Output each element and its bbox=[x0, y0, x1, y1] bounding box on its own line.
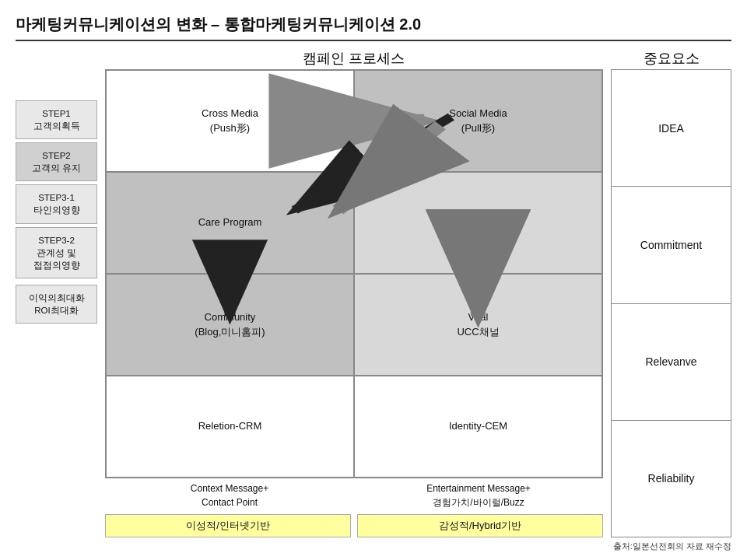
right-box-commitment: Commitment bbox=[612, 187, 731, 303]
right-column: IDEA Commitment Relevanve Reliability bbox=[611, 69, 731, 537]
page-title: 마케팅커뮤니케이션의 변화 – 통합마케팅커뮤니케이션 2.0 bbox=[16, 14, 731, 35]
step2-box: STEP2고객의 유지 bbox=[16, 142, 97, 181]
step1-box: STEP1고객의획득 bbox=[16, 100, 97, 139]
cell-community: Community(Blog,미니홈피) bbox=[106, 274, 354, 376]
cell-cross-media: Cross Media(Push形) bbox=[106, 70, 354, 172]
content-area: STEP1고객의획득 STEP2고객의 유지 STEP3-1타인의영향 STEP… bbox=[16, 69, 731, 537]
bottom-labels: Context Message+Contact Point Entertainm… bbox=[105, 481, 603, 509]
cell-relation-crm: Reletion-CRM bbox=[106, 376, 354, 478]
footer-credit: 출처:일본선전회의 자료 재수정 bbox=[16, 541, 731, 552]
bottom-label-right: Entertainment Message+경험가치/바이럴/Buzz bbox=[354, 481, 603, 509]
cell-care-program: Care Program bbox=[106, 172, 354, 274]
diagram-grid: Cross Media(Push形) Social Media(Pull形) C… bbox=[105, 69, 603, 478]
page-wrapper: 마케팅커뮤니케이션의 변화 – 통합마케팅커뮤니케이션 2.0 캠페인 프로세스… bbox=[0, 0, 747, 560]
step2-label: STEP2고객의 유지 bbox=[19, 149, 93, 174]
right-box-reliability: Reliability bbox=[612, 421, 731, 537]
step3-1-box: STEP3-1타인의영향 bbox=[16, 184, 97, 223]
title-area: 마케팅커뮤니케이션의 변화 – 통합마케팅커뮤니케이션 2.0 bbox=[16, 14, 731, 41]
step4-label: 이익의최대화ROI최대화 bbox=[19, 292, 93, 317]
bottom-label-left: Context Message+Contact Point bbox=[105, 481, 354, 509]
right-boxes: IDEA Commitment Relevanve Reliability bbox=[611, 69, 731, 537]
steps-column: STEP1고객의획득 STEP2고객의 유지 STEP3-1타인의영향 STEP… bbox=[16, 69, 97, 537]
tag-emotional: 감성적/Hybrid기반 bbox=[357, 514, 603, 537]
tag-rational: 이성적/인터넷기반 bbox=[105, 514, 351, 537]
cell-entertainment: Entertainment bbox=[354, 172, 602, 274]
cell-viral: ViralUCC채널 bbox=[354, 274, 602, 376]
right-box-relevance: Relevanve bbox=[612, 304, 731, 421]
important-header: 중요요소 bbox=[611, 49, 731, 68]
bottom-tags: 이성적/인터넷기반 감성적/Hybrid기반 bbox=[105, 514, 603, 537]
cell-identity-cem: Identity-CEM bbox=[354, 376, 602, 478]
cell-social-media: Social Media(Pull形) bbox=[354, 70, 602, 172]
step3-2-label: STEP3-2관계성 및접점의영향 bbox=[19, 234, 93, 271]
step3-1-label: STEP3-1타인의영향 bbox=[19, 191, 93, 216]
center-column: Cross Media(Push形) Social Media(Pull形) C… bbox=[105, 69, 603, 537]
campaign-header: 캠페인 프로세스 bbox=[105, 49, 603, 68]
step1-label: STEP1고객의획득 bbox=[19, 107, 93, 132]
step3-2-box: STEP3-2관계성 및접점의영향 bbox=[16, 227, 97, 278]
right-box-idea: IDEA bbox=[612, 70, 731, 187]
step4-box: 이익의최대화ROI최대화 bbox=[16, 285, 97, 324]
